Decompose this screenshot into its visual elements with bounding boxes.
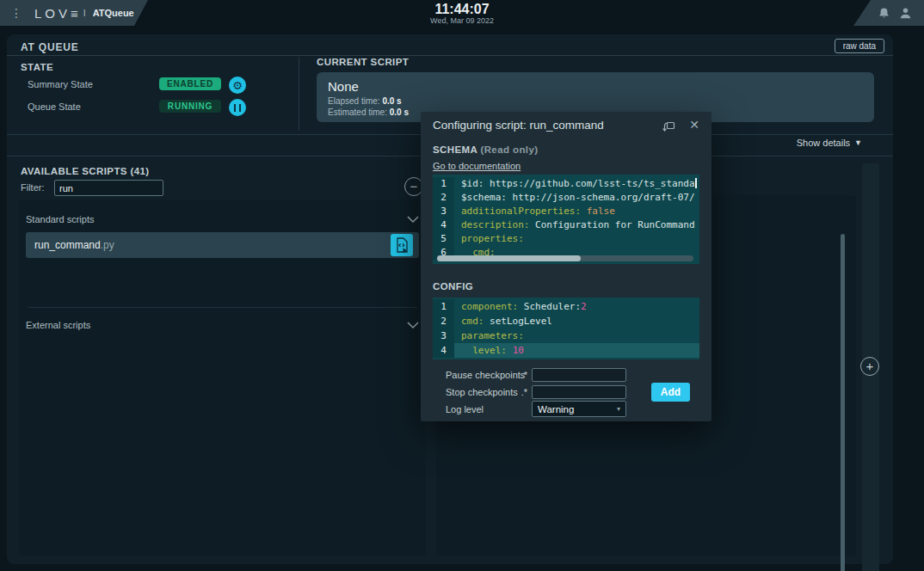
- top-bar: ⋮ LOV≡ ǀ ATQueue 11:44:07 Wed, Mar 09 20…: [0, 0, 924, 26]
- script-name: run_command: [34, 239, 101, 251]
- config-heading: CONFIG: [433, 281, 473, 292]
- estimated-time-label: Estimated time:: [328, 107, 387, 117]
- topbar-actions: [853, 0, 924, 26]
- launch-script-button[interactable]: [391, 234, 413, 256]
- script-extension: .py: [101, 239, 114, 251]
- hscrollbar-thumb[interactable]: [437, 255, 581, 261]
- schema-editor[interactable]: 1$id: https://github.com/lsst-ts/ts_stan…: [433, 175, 699, 264]
- detach-dialog-button[interactable]: [661, 120, 675, 132]
- code-line[interactable]: 3parameters:: [433, 328, 699, 343]
- standard-scripts-label: Standard scripts: [26, 214, 94, 224]
- raw-data-button[interactable]: raw data: [835, 39, 884, 53]
- schema-readonly-text: (Read only): [480, 144, 538, 155]
- code-line[interactable]: 3additionalProperties: false: [433, 205, 699, 218]
- state-script-divider: [299, 57, 299, 131]
- app-tab: ⋮ LOV≡ ǀ ATQueue: [0, 0, 148, 26]
- close-icon: ✕: [689, 118, 699, 132]
- code-line[interactable]: 1$id: https://github.com/lsst-ts/ts_stan…: [433, 177, 699, 191]
- expand-panel-button[interactable]: +: [860, 357, 879, 376]
- queue-state-label: Queue State: [28, 101, 81, 112]
- love-logo-mark: ǀ: [83, 8, 86, 18]
- summary-state-config-button[interactable]: ⚙: [229, 77, 246, 94]
- scripts-list-panel: Standard scripts run_command.py External: [19, 200, 426, 556]
- clock-date: Wed, Mar 09 2022: [376, 16, 548, 25]
- love-logo: LOV≡: [34, 6, 82, 21]
- elapsed-time-value: 0.0 s: [382, 96, 401, 106]
- script-row-run-command[interactable]: run_command.py: [26, 232, 419, 258]
- queue-state-badge: RUNNING: [159, 100, 221, 113]
- pause-checkpoints-input[interactable]: [532, 368, 626, 382]
- stop-checkpoints-label: Stop checkpoints: [446, 387, 518, 397]
- code-line[interactable]: 1component: Scheduler:2: [433, 299, 699, 314]
- documentation-link[interactable]: Go to documentation: [433, 161, 521, 171]
- standard-scripts-header[interactable]: Standard scripts: [26, 208, 419, 230]
- queue-pause-button[interactable]: [229, 99, 246, 116]
- log-level-value: Warning: [538, 404, 574, 414]
- show-details-caret-icon: ▼: [854, 138, 862, 147]
- clock: 11:44:07 Wed, Mar 09 2022: [376, 2, 548, 25]
- available-scripts-heading: AVAILABLE SCRIPTS (41): [21, 166, 150, 176]
- code-line[interactable]: 4 level: 10: [433, 343, 699, 358]
- schema-heading-text: SCHEMA: [433, 144, 477, 155]
- log-level-select[interactable]: Warning ▾: [532, 401, 626, 417]
- summary-state-label: Summary State: [28, 79, 93, 89]
- close-dialog-button[interactable]: ✕: [689, 118, 699, 132]
- queue-scrollbar[interactable]: [841, 234, 845, 571]
- external-scripts-label: External scripts: [26, 320, 90, 330]
- notifications-bell-icon[interactable]: [878, 7, 890, 20]
- editor-hscrollbar[interactable]: [437, 255, 693, 261]
- gear-icon: ⚙: [232, 80, 243, 91]
- filter-input[interactable]: [54, 180, 163, 196]
- app-tab-label: ATQueue: [93, 8, 134, 18]
- current-script-heading: CURRENT SCRIPT: [317, 57, 409, 67]
- clock-time: 11:44:07: [376, 2, 548, 16]
- love-app: ⋮ LOV≡ ǀ ATQueue 11:44:07 Wed, Mar 09 20…: [0, 0, 924, 571]
- current-script-name: None: [328, 79, 359, 94]
- filter-label: Filter:: [21, 182, 45, 193]
- code-line[interactable]: 2cmd: setLogLevel: [433, 314, 699, 328]
- code-line[interactable]: 5properties:: [433, 232, 699, 246]
- external-scripts-header[interactable]: External scripts: [26, 314, 419, 336]
- chevron-down-icon: [407, 216, 419, 224]
- show-details-toggle[interactable]: Show details ▼: [797, 138, 862, 148]
- add-button[interactable]: Add: [651, 383, 690, 402]
- log-level-label: Log level: [446, 404, 484, 414]
- user-icon[interactable]: [899, 7, 912, 20]
- minus-circle-icon: −: [410, 179, 418, 193]
- detach-icon: [661, 120, 675, 132]
- dialog-title: Configuring script: run_command: [433, 119, 604, 132]
- code-line[interactable]: 4description: Configuration for RunComma…: [433, 218, 699, 232]
- show-details-label: Show details: [797, 138, 850, 148]
- elapsed-time-label: Elapsed time:: [328, 96, 380, 106]
- summary-state-badge: ENABLED: [159, 77, 221, 90]
- schema-heading: SCHEMA (Read only): [433, 144, 538, 155]
- script-launch-icon: [396, 237, 409, 253]
- pause-icon: [234, 104, 241, 112]
- code-line[interactable]: 2$schema: http://json-schema.org/draft-0…: [433, 191, 699, 205]
- stop-regex-hint: .*: [512, 387, 527, 397]
- stop-checkpoints-input[interactable]: [532, 385, 626, 399]
- elapsed-time-row: Elapsed time: 0.0 s: [328, 96, 402, 106]
- chevron-down-icon: [407, 322, 419, 329]
- estimated-time-row: Estimated time: 0.0 s: [328, 107, 409, 117]
- panel-header-divider: [7, 55, 893, 56]
- state-heading: STATE: [21, 62, 53, 72]
- menu-dots-icon[interactable]: ⋮: [10, 7, 22, 19]
- plus-circle-icon: +: [866, 359, 874, 373]
- pause-regex-hint: .*: [512, 370, 527, 380]
- configure-script-dialog: Configuring script: run_command ✕ SCHEMA…: [421, 112, 711, 421]
- estimated-time-value: 0.0 s: [390, 107, 409, 117]
- select-caret-icon: ▾: [617, 405, 620, 413]
- group-divider: [28, 307, 417, 308]
- panel-title: AT QUEUE: [21, 41, 79, 53]
- config-editor[interactable]: 1component: Scheduler:22cmd: setLogLevel…: [433, 298, 699, 359]
